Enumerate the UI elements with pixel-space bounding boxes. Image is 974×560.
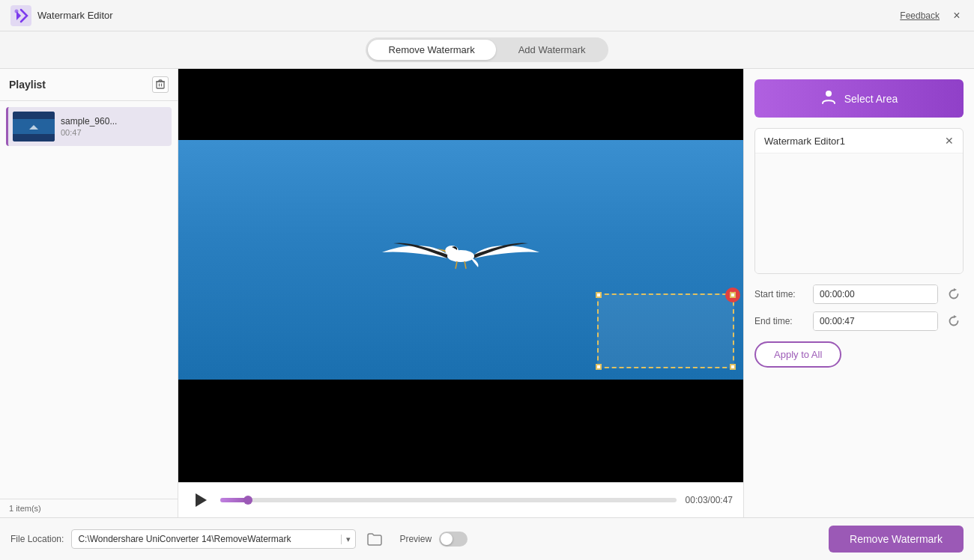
progress-thumb[interactable] [244,496,252,505]
playlist-item-duration: 00:47 [61,128,167,137]
feedback-link[interactable]: Feedback [900,10,940,21]
trash-icon [155,79,166,91]
time-controls: Start time: ▲ ▼ End time: [754,284,964,331]
corner-handle-br[interactable] [730,364,736,370]
tab-add-watermark[interactable]: Add Watermark [497,40,607,60]
thumbnail-preview [13,112,55,141]
playlist-title: Playlist [9,79,46,91]
tab-group: Remove Watermark Add Watermark [366,37,609,62]
select-area-label: Select Area [844,93,898,105]
end-time-row: End time: ▲ ▼ [754,311,964,331]
title-bar: Watermark Editor Feedback × [0,0,974,31]
playlist-header: Playlist [0,69,178,101]
tab-bar: Remove Watermark Add Watermark [0,31,974,69]
file-location-input-wrap: ▾ [71,529,356,549]
thumbnail [13,112,55,141]
preview-toggle[interactable] [439,532,468,547]
main-content: Playlist [0,69,974,517]
svg-rect-2 [157,82,164,88]
dropdown-arrow[interactable]: ▾ [341,535,355,544]
start-time-label: Start time: [754,289,807,299]
time-display: 00:03/00:47 [686,495,733,505]
app-title: Watermark Editor [37,10,900,21]
start-time-row: Start time: ▲ ▼ [754,284,964,304]
left-panel: Playlist [0,69,178,517]
corner-handle-tr[interactable] [730,292,736,298]
playlist-items: sample_960... 00:47 [0,101,178,499]
preview-label: Preview [399,534,432,544]
video-black-top [178,69,743,140]
center-panel: ✕ 00:03/00:47 [178,69,743,517]
video-container: ✕ [178,69,743,482]
svg-point-9 [445,246,459,256]
playback-controls: 00:03/00:47 [178,482,743,517]
folder-button[interactable] [363,528,386,550]
reset-icon [947,287,961,301]
bird-image [371,200,551,320]
video-black-bottom [178,380,743,466]
corner-handle-tl[interactable] [596,292,602,298]
editor-card-header: Watermark Editor1 ✕ [755,129,963,153]
editor-card-body [755,153,963,273]
item-count: 1 item(s) [9,504,41,513]
reset-icon [947,314,961,328]
end-time-reset-button[interactable] [944,311,964,331]
editor-card-close-button[interactable]: ✕ [945,135,954,147]
right-panel: Select Area Watermark Editor1 ✕ Start ti… [743,69,974,517]
remove-watermark-button[interactable]: Remove Watermark [829,526,964,553]
progress-bar[interactable] [220,493,677,508]
toggle-knob [441,533,453,545]
play-button[interactable] [189,489,211,511]
app-logo [10,5,31,26]
list-item[interactable]: sample_960... 00:47 [6,107,172,146]
bottom-bar: File Location: ▾ Preview Remove Watermar… [0,517,974,560]
playlist-clear-button[interactable] [152,76,169,93]
status-bar: 1 item(s) [0,499,178,517]
user-icon [820,88,837,105]
progress-track [220,498,677,502]
folder-icon [367,532,382,546]
file-location-label: File Location: [10,534,64,544]
editor-card: Watermark Editor1 ✕ [754,128,964,274]
start-time-reset-button[interactable] [944,284,964,304]
apply-to-all-button[interactable]: Apply to All [754,341,841,368]
close-button[interactable]: × [950,9,964,22]
playlist-item-name: sample_960... [61,116,167,127]
playlist-item-info: sample_960... 00:47 [61,116,167,137]
video-main: ✕ [178,140,743,380]
selection-rectangle[interactable]: ✕ [597,293,734,368]
start-time-input[interactable] [814,285,938,303]
svg-point-12 [826,91,832,97]
start-time-input-wrap: ▲ ▼ [813,284,938,304]
end-time-input-wrap: ▲ ▼ [813,311,938,331]
title-actions: Feedback × [900,9,964,22]
person-icon [820,88,837,109]
tab-remove-watermark[interactable]: Remove Watermark [368,40,496,60]
file-location-input[interactable] [72,530,341,548]
svg-point-1 [15,9,19,13]
select-area-button[interactable]: Select Area [754,79,964,118]
svg-line-11 [465,261,466,269]
end-time-label: End time: [754,316,807,326]
svg-line-10 [456,261,457,269]
play-icon [196,493,207,507]
editor-card-title: Watermark Editor1 [764,136,845,147]
end-time-input[interactable] [814,312,938,330]
corner-handle-bl[interactable] [596,364,602,370]
